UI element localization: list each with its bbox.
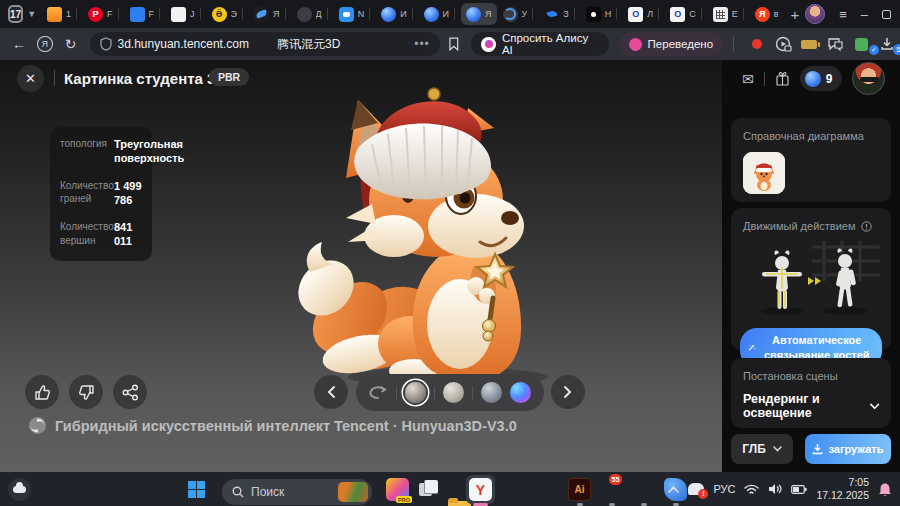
yellow-favicon: Ӛ bbox=[212, 7, 227, 22]
browser-tab[interactable]: Я bbox=[249, 3, 291, 25]
search-icon bbox=[232, 486, 244, 498]
browser-tab[interactable]: Яв bbox=[750, 3, 784, 25]
tray-expand-icon[interactable] bbox=[668, 486, 679, 493]
tab-title: Н bbox=[605, 9, 612, 19]
browser-tab[interactable]: F bbox=[125, 3, 166, 25]
tab-title: З bbox=[563, 9, 568, 19]
browser-tab[interactable]: J bbox=[166, 3, 206, 25]
user-avatar[interactable] bbox=[852, 62, 885, 95]
minimize-button[interactable]: – bbox=[861, 8, 868, 21]
close-model-button[interactable]: ✕ bbox=[17, 65, 44, 92]
format-dropdown[interactable]: ГЛБ bbox=[731, 434, 793, 464]
screen-capture-icon[interactable] bbox=[770, 36, 796, 53]
render-mode-dropdown[interactable]: Рендеринг и освещение bbox=[731, 382, 891, 433]
share-button[interactable] bbox=[113, 375, 147, 409]
tray-clock[interactable]: 7:05 17.12.2025 bbox=[816, 476, 869, 502]
downloads-icon[interactable]: 5 bbox=[874, 37, 900, 51]
reload-button[interactable]: ↻ bbox=[58, 36, 84, 52]
browser-tab[interactable]: И bbox=[419, 3, 460, 25]
fox-3d-model[interactable] bbox=[288, 86, 618, 386]
browser-tab[interactable]: PF bbox=[83, 3, 124, 25]
translated-label: Переведено bbox=[648, 38, 713, 50]
protect-icon[interactable]: Я bbox=[37, 36, 53, 52]
more-icon[interactable]: ••• bbox=[414, 37, 430, 51]
browser-tab[interactable]: У bbox=[498, 3, 539, 25]
tab-title: С bbox=[689, 9, 696, 19]
browser-tab[interactable]: Е bbox=[708, 3, 749, 25]
shaded-view-sphere[interactable] bbox=[405, 382, 426, 403]
translate-icon bbox=[629, 38, 642, 51]
credits-pill[interactable]: 9 bbox=[800, 66, 843, 91]
chat-extension-icon[interactable] bbox=[822, 37, 848, 52]
download-button[interactable]: загружать bbox=[805, 434, 891, 464]
view-mode-carousel bbox=[356, 374, 544, 411]
browser-profile-avatar[interactable] bbox=[805, 4, 825, 24]
prev-view-button[interactable] bbox=[314, 375, 348, 409]
hunyuan-favicon bbox=[381, 7, 396, 22]
topology-label: топология bbox=[60, 137, 106, 166]
extension-checked-icon[interactable]: ✓ bbox=[848, 38, 874, 51]
dark-favicon bbox=[297, 7, 312, 22]
yandex-browser-icon[interactable]: Y bbox=[469, 478, 492, 501]
task-view-icon[interactable] bbox=[417, 478, 440, 501]
tab-title: Е bbox=[732, 9, 738, 19]
menu-icon[interactable]: ≡ bbox=[839, 8, 847, 21]
tab-title: F bbox=[149, 9, 155, 19]
magic-wand-icon bbox=[748, 341, 756, 354]
translated-button[interactable]: Переведено bbox=[619, 32, 723, 56]
browser-tab-active[interactable]: Я bbox=[461, 3, 497, 25]
screen: 17 ▼ 1 PF F J ӚЭ Я Д N И И Я У З Н OЛ OС… bbox=[0, 0, 900, 506]
browser-tab[interactable]: OС bbox=[665, 3, 707, 25]
start-button[interactable] bbox=[188, 481, 205, 498]
restore-button[interactable] bbox=[882, 10, 891, 19]
battery-icon[interactable] bbox=[791, 485, 807, 494]
like-button[interactable] bbox=[25, 375, 59, 409]
browser-tab[interactable]: Н bbox=[581, 3, 623, 25]
dislike-button[interactable] bbox=[69, 375, 103, 409]
browser-tab[interactable]: OЛ bbox=[623, 3, 664, 25]
illustrator-icon[interactable]: Ai bbox=[568, 478, 591, 501]
tab-counter[interactable]: 17 bbox=[8, 5, 23, 23]
volume-icon[interactable] bbox=[768, 483, 782, 495]
info-icon[interactable] bbox=[861, 221, 872, 232]
address-bar[interactable]: 3d.hunyuan.tencent.com 腾讯混元3D ••• bbox=[90, 32, 440, 56]
alice-ai-button[interactable]: Спросить Алису AI bbox=[471, 32, 608, 56]
site-badge-icon bbox=[100, 37, 112, 51]
normal-view-sphere[interactable] bbox=[481, 382, 502, 403]
pro-app-icon[interactable] bbox=[386, 478, 409, 501]
envelope-icon[interactable]: ✉ bbox=[742, 71, 754, 87]
browser-tab[interactable]: N bbox=[334, 3, 376, 25]
turntable-icon[interactable] bbox=[368, 386, 388, 400]
weather-widget[interactable] bbox=[8, 478, 31, 501]
notification-bell-icon[interactable] bbox=[878, 482, 892, 497]
browser-tab[interactable]: И bbox=[376, 3, 417, 25]
mail-favicon bbox=[47, 7, 62, 22]
tray-alert-icon[interactable] bbox=[688, 483, 704, 495]
url-text: 3d.hunyuan.tencent.com bbox=[118, 37, 249, 51]
downloads-badge: 5 bbox=[893, 44, 900, 55]
reference-thumbnail[interactable] bbox=[743, 152, 785, 194]
browser-tab[interactable]: 1 bbox=[42, 3, 82, 25]
battery-extension-icon[interactable] bbox=[796, 40, 822, 49]
bookmark-icon[interactable] bbox=[448, 37, 460, 51]
clay-view-sphere[interactable] bbox=[443, 382, 464, 403]
search-daily-image[interactable] bbox=[338, 482, 368, 502]
gift-icon[interactable] bbox=[775, 71, 790, 86]
o-favicon: O bbox=[628, 7, 643, 22]
next-view-button[interactable] bbox=[551, 375, 585, 409]
chat-favicon bbox=[339, 7, 354, 22]
taskbar-search[interactable]: Поиск bbox=[222, 479, 372, 505]
render-mode-value: Рендеринг и освещение bbox=[743, 392, 870, 420]
record-extension-icon[interactable] bbox=[744, 39, 770, 49]
browser-tab[interactable]: Д bbox=[292, 3, 333, 25]
back-button[interactable]: ← bbox=[6, 36, 32, 52]
browser-tab[interactable]: ӚЭ bbox=[207, 3, 248, 25]
material-view-sphere[interactable] bbox=[510, 382, 531, 403]
format-value: ГЛБ bbox=[742, 442, 766, 456]
chevron-down-icon[interactable]: ▼ bbox=[27, 9, 36, 19]
wifi-icon[interactable] bbox=[744, 484, 759, 495]
hunyuan-favicon bbox=[424, 7, 439, 22]
browser-tab[interactable]: З bbox=[539, 3, 579, 25]
new-tab-button[interactable]: + bbox=[790, 4, 799, 24]
language-indicator[interactable]: РУС bbox=[713, 483, 735, 495]
